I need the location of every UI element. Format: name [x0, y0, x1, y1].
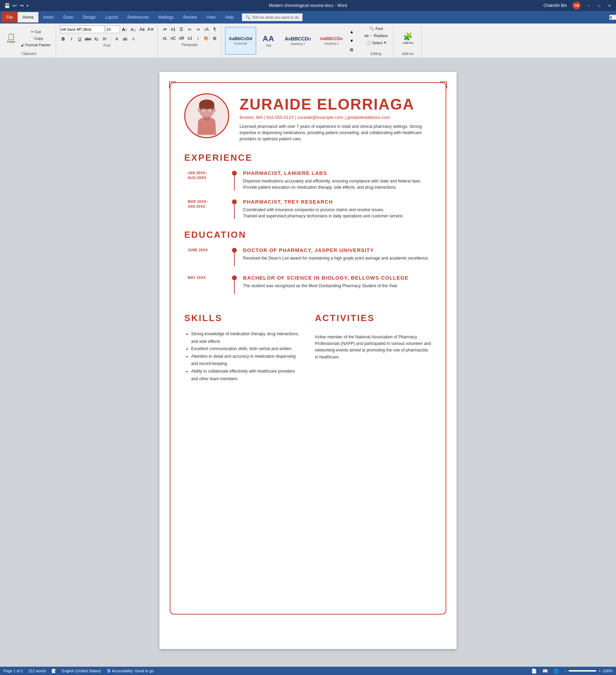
education-timeline: JUNE 20XX DOCTOR OF PHARMACY, JASPER UNI… [188, 247, 432, 294]
justify-btn[interactable]: ≡J [186, 35, 194, 42]
highlight-btn[interactable]: ab [121, 35, 129, 43]
view-web-btn[interactable]: 🌐 [553, 668, 559, 674]
styles-scroll-up[interactable]: ▲ [348, 28, 355, 36]
tab-file[interactable]: File [1, 12, 18, 22]
tab-draw[interactable]: Draw [58, 12, 78, 22]
undo-icon[interactable]: ↩ [13, 3, 17, 8]
italic-btn[interactable]: I [68, 35, 75, 43]
save-icon[interactable]: 💾 [4, 3, 10, 8]
zoom-slider[interactable] [569, 670, 596, 672]
underline-btn[interactable]: U [76, 35, 84, 43]
superscript-btn[interactable]: X² [101, 35, 109, 43]
copy-button[interactable]: 📄 Copy [19, 36, 53, 41]
style-title[interactable]: AA Title [258, 27, 280, 55]
exp-desc-2: Coordinated with insurance companies to … [243, 207, 432, 219]
title-bar: 💾 ↩ ↪ ▾ Modern chronological resume.docx… [0, 0, 616, 11]
zoom-control: − + 100% [564, 669, 613, 673]
borders-btn[interactable]: ⊞ [211, 35, 218, 42]
page-indicator: Page 1 of 1 [3, 669, 23, 673]
education-section: EDUCATION JUNE 20XX DOCTOR OF PHARMACY, … [184, 229, 432, 294]
cut-button[interactable]: ✂ Cut [19, 29, 53, 35]
style-heading2[interactable]: AaBBCCDo Heading 2 [281, 27, 315, 55]
align-right-btn[interactable]: ≡R [178, 35, 185, 42]
clear-formatting-btn[interactable]: A✕ [147, 26, 155, 33]
close-btn[interactable]: ✕ [607, 3, 612, 8]
clipboard-group: 📋 Paste ✂ Cut 📄 Copy 🖌 Format Painter Cl… [2, 25, 56, 56]
zoom-out-btn[interactable]: − [564, 669, 567, 673]
experience-heading: EXPERIENCE [184, 152, 432, 163]
accessibility-status: ♿ Accessibility: Good to go [106, 669, 154, 673]
tab-insert[interactable]: Insert [38, 12, 58, 22]
resume-bio: Licensed pharmacist with over 7 years of… [240, 123, 432, 142]
multilevel-btn[interactable]: ☰ [178, 26, 185, 33]
text-color-btn[interactable]: A [113, 35, 121, 43]
align-left-btn[interactable]: ≡L [161, 35, 169, 42]
timeline-line-3 [229, 247, 240, 266]
styles-more[interactable]: ⊞ [348, 46, 355, 54]
edu-date-1: JUNE 20XX [188, 247, 229, 266]
experience-timeline: JAN 20XX–AUG 20XX PHARMACIST, LAMIERE LA… [188, 170, 432, 219]
avatar-circle [184, 93, 229, 138]
subscript-btn[interactable]: X₂ [93, 35, 100, 43]
show-marks-btn[interactable]: ¶ [211, 26, 218, 33]
font-color-btn[interactable]: A [130, 35, 137, 43]
decrease-indent-btn[interactable]: ⇐ [186, 26, 194, 33]
bold-btn[interactable]: B [59, 35, 67, 43]
svg-point-9 [213, 108, 216, 112]
font-label: Font [103, 44, 110, 47]
font-family-input[interactable] [59, 26, 104, 33]
zoom-fill [569, 670, 596, 672]
select-button[interactable]: ⬜ Select ▾ [362, 40, 390, 46]
language-indicator[interactable]: English (United States) [62, 669, 101, 673]
align-center-btn[interactable]: ≡C [169, 35, 177, 42]
tell-me-box[interactable]: 🔍 Tell me what you want to do [242, 13, 302, 21]
increase-font-btn[interactable]: A↑ [121, 26, 129, 33]
spell-check-icon: 📝 [52, 669, 56, 673]
tab-references[interactable]: References [123, 12, 153, 22]
tab-mailings[interactable]: Mailings [153, 12, 178, 22]
numbering-btn[interactable]: ≡1 [169, 26, 177, 33]
format-painter-button[interactable]: 🖌 Format Painter [19, 42, 53, 48]
tab-review[interactable]: Review [178, 12, 202, 22]
styles-group: AaBbCcDd ¶ Normal AA Title AaBBCCDo Head… [222, 25, 358, 56]
tab-design[interactable]: Design [78, 12, 100, 22]
timeline-dot [232, 248, 237, 253]
minimize-btn[interactable]: ─ [586, 3, 591, 8]
svg-point-7 [209, 110, 210, 111]
strikethrough-btn[interactable]: abc [84, 35, 92, 43]
tab-home[interactable]: Home [18, 12, 38, 22]
font-size-input[interactable] [105, 26, 120, 33]
shading-btn[interactable]: 🎨 [203, 35, 210, 42]
exp-content-2: PHARMACIST, TREY RESEARCH Coordinated wi… [240, 199, 432, 219]
maximize-btn[interactable]: □ [597, 3, 601, 8]
styles-scroll-down[interactable]: ▼ [348, 37, 355, 45]
timeline-vert [234, 280, 235, 294]
avatar: CB [572, 1, 581, 10]
find-button[interactable]: 🔍 Find [362, 26, 390, 31]
redo-icon[interactable]: ↪ [20, 3, 24, 8]
increase-indent-btn[interactable]: ⇒ [194, 26, 202, 33]
change-case-btn[interactable]: Aa [138, 26, 146, 33]
line-spacing-btn[interactable]: ↕ [194, 35, 202, 42]
paste-button[interactable]: 📋 Paste [5, 33, 17, 44]
style-heading3[interactable]: AaBBCCDo Heading 3 [316, 27, 346, 55]
education-heading: EDUCATION [184, 229, 432, 240]
view-normal-btn[interactable]: 📄 [531, 668, 537, 674]
tab-view[interactable]: View [202, 12, 221, 22]
collapse-ribbon-btn[interactable]: ∧ [609, 15, 616, 20]
sort-btn[interactable]: ↕A [203, 26, 210, 33]
exp-title-2: PHARMACIST, TREY RESEARCH [243, 199, 432, 205]
add-ins-btn[interactable]: 🧩 Add-ins [401, 31, 416, 45]
decrease-font-btn[interactable]: A↓ [130, 26, 137, 33]
view-reading-btn[interactable]: 📖 [542, 668, 548, 674]
list-item: Ability to collaborate effectively with … [191, 368, 301, 383]
style-normal[interactable]: AaBbCcDd ¶ Normal [225, 27, 256, 55]
zoom-in-btn[interactable]: + [598, 669, 600, 673]
timeline-dot [232, 171, 237, 176]
tab-help[interactable]: Help [220, 12, 239, 22]
bullets-btn[interactable]: ≡• [161, 26, 169, 33]
tab-layout[interactable]: Layout [101, 12, 123, 22]
list-item: Strong knowledge of medication therapy, … [191, 330, 301, 345]
replace-button[interactable]: ab→ Replace [362, 33, 390, 38]
quick-access-dropdown[interactable]: ▾ [27, 4, 28, 8]
